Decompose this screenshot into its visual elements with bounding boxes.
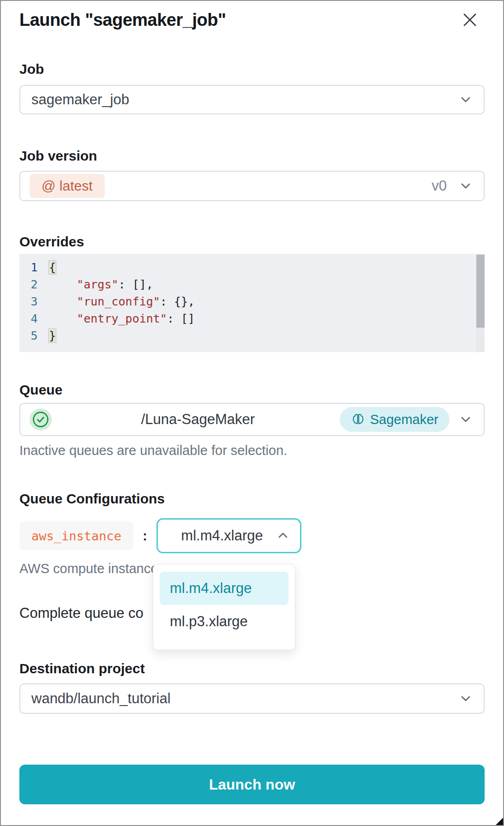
job-version-select[interactable]: @ latest v0 [19, 171, 485, 201]
close-icon [462, 12, 478, 28]
chevron-up-icon [276, 529, 290, 543]
line-number: 2 [19, 276, 49, 293]
queue-config-label: Queue Configurations [19, 491, 485, 507]
destination-label: Destination project [19, 660, 485, 677]
code-text: } [49, 327, 56, 344]
job-select-value: sagemaker_job [31, 91, 129, 108]
code-text: { [49, 259, 56, 276]
queue-select[interactable]: /Luna-SageMaker Sagemaker [19, 403, 485, 436]
close-button[interactable] [461, 11, 479, 30]
mouse-cursor-artifact [496, 818, 503, 825]
code-line: 1{ [19, 259, 485, 276]
instance-select[interactable]: ml.m4.xlarge [156, 518, 301, 553]
code-scrollbar-thumb[interactable] [476, 255, 485, 328]
launch-drawer: Launch "sagemaker_job" Job sagemaker_job… [0, 0, 504, 826]
latest-tag: @ latest [30, 174, 105, 198]
line-number: 5 [19, 327, 49, 344]
destination-select[interactable]: wandb/launch_tutorial [19, 683, 485, 714]
queue-config-row: aws_instance : ml.m4.xlarge [19, 518, 485, 553]
check-circle-icon [30, 409, 51, 430]
code-line: 3 "run_config": {}, [19, 293, 485, 310]
instance-options-menu: ml.m4.xlargeml.p3.xlarge [153, 564, 295, 650]
job-version-label: Job version [19, 148, 485, 164]
code-line: 4 "entry_point": [] [19, 310, 485, 327]
instance-option-ml.m4.xlarge[interactable]: ml.m4.xlarge [160, 572, 288, 605]
header: Launch "sagemaker_job" [19, 1, 485, 31]
instance-select-value: ml.m4.xlarge [168, 527, 276, 544]
job-label: Job [19, 61, 485, 78]
destination-select-value: wandb/launch_tutorial [31, 690, 171, 707]
chevron-down-icon [459, 413, 473, 426]
line-number: 4 [19, 310, 49, 327]
chevron-down-icon [459, 93, 473, 107]
overrides-code-editor[interactable]: 1{2 "args": [],3 "run_config": {},4 "ent… [19, 254, 485, 352]
code-line: 2 "args": [], [19, 276, 485, 293]
code-text: "entry_point": [] [49, 310, 195, 327]
sagemaker-badge-label: Sagemaker [370, 412, 438, 427]
page-title: Launch "sagemaker_job" [19, 8, 226, 31]
code-scrollbar [476, 254, 485, 352]
queue-active-badge [30, 408, 52, 431]
queue-label: Queue [19, 382, 485, 398]
chevron-down-icon [459, 179, 473, 193]
chevron-down-icon [459, 692, 473, 706]
version-number: v0 [432, 178, 447, 194]
overrides-label: Overrides [19, 233, 485, 250]
queue-select-value: /Luna-SageMaker [56, 411, 340, 428]
launch-now-button[interactable]: Launch now [19, 765, 485, 804]
line-number: 3 [19, 293, 49, 310]
instance-option-ml.p3.xlarge[interactable]: ml.p3.xlarge [160, 605, 288, 638]
job-select[interactable]: sagemaker_job [19, 85, 485, 114]
line-number: 1 [19, 259, 49, 276]
code-line: 5} [19, 327, 485, 344]
config-key-chip: aws_instance [19, 521, 133, 550]
queue-helper-text: Inactive queues are unavailable for sele… [19, 443, 485, 458]
config-separator: : [143, 528, 147, 544]
brain-icon [351, 412, 366, 427]
code-text: "run_config": {}, [49, 293, 195, 310]
sagemaker-badge: Sagemaker [340, 407, 450, 432]
code-text: "args": [], [49, 276, 153, 293]
